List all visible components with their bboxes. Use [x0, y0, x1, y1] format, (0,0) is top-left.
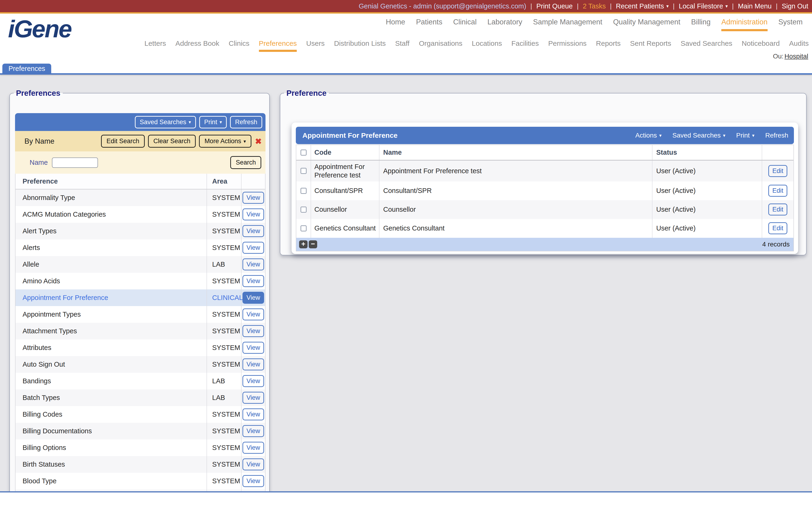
saved-searches-button[interactable]: Saved Searches ▾	[135, 116, 196, 128]
preference-row[interactable]: Blood TypeSYSTEMView	[15, 473, 265, 490]
view-button[interactable]: View	[243, 242, 264, 254]
sub-nav-item-facilities[interactable]: Facilities	[511, 40, 539, 52]
sub-nav-item-audits[interactable]: Audits	[789, 40, 809, 52]
preference-row[interactable]: BandingsLABView	[15, 373, 265, 389]
sub-nav-item-preferences[interactable]: Preferences	[259, 40, 297, 52]
edit-search-button[interactable]: Edit Search	[101, 135, 145, 148]
main-nav-item-patients[interactable]: Patients	[416, 18, 443, 31]
view-button[interactable]: View	[243, 392, 264, 404]
close-search-icon[interactable]: ✖	[255, 136, 262, 146]
column-header-preference[interactable]: Preference	[15, 174, 207, 189]
preference-row[interactable]: Billing OptionsSYSTEMView	[15, 439, 265, 456]
row-checkbox[interactable]	[301, 168, 307, 174]
view-button[interactable]: View	[243, 225, 264, 237]
main-nav-item-system[interactable]: System	[778, 18, 803, 31]
view-button[interactable]: View	[243, 458, 264, 470]
edit-button[interactable]: Edit	[768, 204, 787, 216]
select-all-checkbox[interactable]	[301, 150, 307, 156]
search-button[interactable]: Search	[230, 156, 261, 169]
main-menu-link[interactable]: Main Menu	[738, 2, 772, 10]
clear-search-button[interactable]: Clear Search	[148, 135, 196, 148]
sub-nav-item-sent-reports[interactable]: Sent Reports	[630, 40, 671, 52]
view-button[interactable]: View	[243, 275, 264, 287]
view-button[interactable]: View	[243, 308, 264, 320]
sub-nav-item-users[interactable]: Users	[306, 40, 324, 52]
column-header-status[interactable]: Status	[653, 145, 762, 160]
column-header-code[interactable]: Code	[311, 145, 379, 160]
view-cell: View	[242, 223, 265, 239]
row-checkbox[interactable]	[301, 225, 307, 231]
view-button[interactable]: View	[243, 292, 264, 304]
preference-row[interactable]: AlleleLABView	[15, 256, 265, 273]
preference-row[interactable]: ACMG Mutation CategoriesSYSTEMView	[15, 206, 265, 223]
name-input[interactable]	[52, 158, 98, 168]
main-nav-item-administration[interactable]: Administration	[721, 18, 767, 31]
main-nav-item-clinical[interactable]: Clinical	[453, 18, 477, 31]
print-button[interactable]: Print ▾	[199, 116, 227, 128]
view-button[interactable]: View	[243, 442, 264, 454]
sub-nav-item-staff[interactable]: Staff	[395, 40, 410, 52]
main-nav-item-home[interactable]: Home	[386, 18, 405, 31]
print-queue-link[interactable]: Print Queue	[537, 2, 573, 10]
preference-row[interactable]: Birth StatusesSYSTEMView	[15, 456, 265, 473]
sub-nav-item-address-book[interactable]: Address Book	[175, 40, 219, 52]
preference-row[interactable]: Billing CodesSYSTEMView	[15, 406, 265, 423]
refresh-link[interactable]: Refresh	[765, 132, 788, 139]
view-button[interactable]: View	[243, 475, 264, 487]
view-button[interactable]: View	[243, 325, 264, 337]
preference-row[interactable]: Alert TypesSYSTEMView	[15, 223, 265, 239]
ou-hospital-link[interactable]: Hospital	[784, 53, 808, 60]
preference-row[interactable]: Billing DocumentationsSYSTEMView	[15, 423, 265, 439]
preference-row[interactable]: Appointment For PreferenceCLINICALView	[15, 289, 265, 306]
sub-nav-item-distribution-lists[interactable]: Distribution Lists	[334, 40, 386, 52]
recent-patients-menu[interactable]: Recent Patients ▾	[616, 2, 669, 10]
column-header-name[interactable]: Name	[379, 145, 653, 160]
preference-row[interactable]: Abnormality TypeSYSTEMView	[15, 189, 265, 206]
refresh-button[interactable]: Refresh	[230, 116, 262, 128]
preference-row[interactable]: Auto Sign OutSYSTEMView	[15, 356, 265, 373]
row-checkbox[interactable]	[301, 207, 307, 213]
sub-nav-item-permissions[interactable]: Permissions	[548, 40, 587, 52]
view-button[interactable]: View	[243, 425, 264, 437]
sub-nav-item-noticeboard[interactable]: Noticeboard	[742, 40, 780, 52]
main-nav-item-billing[interactable]: Billing	[691, 18, 711, 31]
tasks-badge[interactable]: 2 Tasks	[583, 2, 606, 10]
preference-row[interactable]: AttributesSYSTEMView	[15, 339, 265, 356]
row-checkbox[interactable]	[301, 188, 307, 194]
preference-row[interactable]: Batch TypesLABView	[15, 389, 265, 406]
tab-preferences[interactable]: Preferences	[2, 64, 51, 75]
view-button[interactable]: View	[243, 358, 264, 371]
main-nav-item-sample-management[interactable]: Sample Management	[533, 18, 602, 31]
print-menu[interactable]: Print ▾	[736, 132, 754, 139]
sub-nav-item-clinics[interactable]: Clinics	[229, 40, 249, 52]
preference-row[interactable]: Call DurationsSYSTEMView	[15, 490, 265, 491]
edit-button[interactable]: Edit	[768, 222, 787, 234]
sub-nav-item-reports[interactable]: Reports	[596, 40, 621, 52]
view-button[interactable]: View	[243, 408, 264, 420]
saved-searches-menu[interactable]: Saved Searches ▾	[672, 132, 725, 139]
view-button[interactable]: View	[243, 259, 264, 270]
preference-row[interactable]: Amino AcidsSYSTEMView	[15, 273, 265, 289]
sub-nav-item-letters[interactable]: Letters	[145, 40, 166, 52]
preference-row[interactable]: Attachment TypesSYSTEMView	[15, 323, 265, 339]
sign-out-link[interactable]: Sign Out	[782, 2, 808, 10]
view-button[interactable]: View	[243, 192, 264, 204]
edit-button[interactable]: Edit	[768, 165, 787, 177]
preference-row[interactable]: Appointment TypesSYSTEMView	[15, 306, 265, 323]
main-nav-item-laboratory[interactable]: Laboratory	[488, 18, 522, 31]
column-header-area[interactable]: Area	[207, 174, 242, 189]
sub-nav-item-locations[interactable]: Locations	[472, 40, 502, 52]
view-button[interactable]: View	[243, 342, 264, 354]
main-nav-item-quality-management[interactable]: Quality Management	[613, 18, 680, 31]
actions-menu[interactable]: Actions ▾	[635, 132, 662, 139]
edit-button[interactable]: Edit	[768, 185, 787, 197]
local-filestore-menu[interactable]: Local Filestore ▾	[679, 2, 728, 10]
sub-nav-item-organisations[interactable]: Organisations	[419, 40, 462, 52]
view-button[interactable]: View	[243, 375, 264, 387]
add-row-button[interactable]: +	[299, 240, 308, 248]
sub-nav-item-saved-searches[interactable]: Saved Searches	[681, 40, 732, 52]
more-actions-button[interactable]: More Actions ▾	[199, 135, 251, 148]
preference-row[interactable]: AlertsSYSTEMView	[15, 239, 265, 256]
view-button[interactable]: View	[243, 209, 264, 220]
remove-row-button[interactable]: −	[309, 240, 317, 248]
